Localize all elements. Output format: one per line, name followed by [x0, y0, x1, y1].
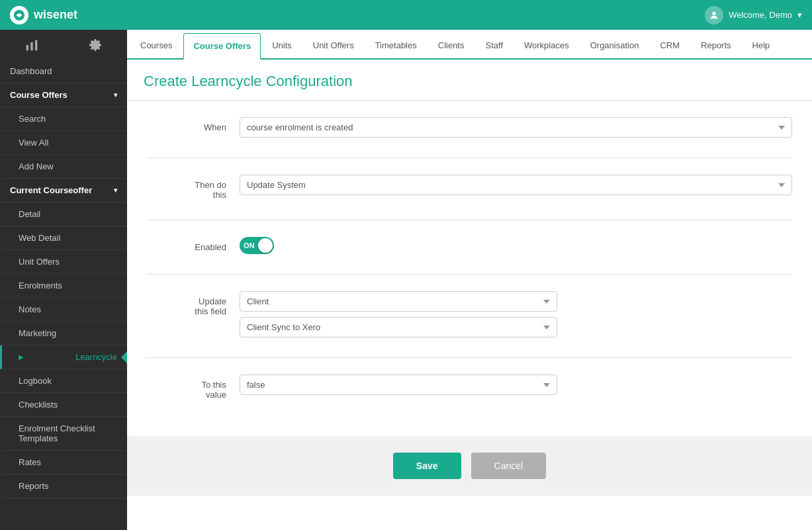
sidebar-dashboard[interactable]: Dashboard — [0, 60, 127, 83]
update-field-label: Updatethis field — [147, 291, 226, 316]
learncycle-active-arrow — [121, 351, 127, 364]
sidebar-item-logbook[interactable]: Logbook — [0, 369, 127, 393]
sidebar-learncycle-wrap: ▶ Learncycle — [0, 345, 127, 369]
update-field-row: Updatethis field Client Enrolment Course… — [147, 291, 792, 337]
svg-point-1 — [712, 11, 715, 15]
tab-help[interactable]: Help — [743, 32, 780, 58]
tab-reports[interactable]: Reports — [691, 32, 741, 58]
svg-rect-3 — [30, 42, 32, 50]
save-button[interactable]: Save — [393, 453, 461, 479]
svg-rect-4 — [35, 40, 37, 50]
divider-2 — [147, 220, 792, 220]
learncycle-bullet: ▶ — [19, 353, 24, 361]
then-do-label: Then dothis — [147, 175, 226, 200]
tab-units[interactable]: Units — [262, 32, 302, 58]
then-do-select[interactable]: Update System Send Email Send SMS — [240, 175, 792, 195]
when-control: course enrolment is created course enrol… — [240, 117, 792, 138]
top-header: wisenet Welcome, Demo ▾ — [0, 0, 812, 30]
tab-timetables[interactable]: Timetables — [365, 32, 427, 58]
tab-crm[interactable]: CRM — [650, 32, 690, 58]
tab-courses[interactable]: Courses — [130, 32, 182, 58]
toggle-on-label: ON — [244, 242, 255, 249]
sidebar-item-web-detail[interactable]: Web Detail — [0, 226, 127, 250]
logo-area: wisenet — [10, 6, 77, 24]
toggle-knob — [258, 238, 273, 253]
sub-fields: Client Enrolment Course Staff Client Syn… — [240, 291, 792, 337]
update-field-control: Client Enrolment Course Staff Client Syn… — [240, 291, 792, 337]
course-offers-arrow: ▾ — [114, 91, 117, 99]
user-area[interactable]: Welcome, Demo ▾ — [705, 6, 802, 24]
to-value-label: To thisvalue — [147, 375, 226, 400]
divider-4 — [147, 357, 792, 358]
tab-staff[interactable]: Staff — [476, 32, 514, 58]
to-value-control: false true — [240, 375, 792, 395]
sidebar-current-courseoffer-header[interactable]: Current Courseoffer ▾ — [0, 179, 127, 202]
page-title: Create Learncycle Configuration — [127, 60, 812, 101]
sidebar-item-search[interactable]: Search — [0, 107, 127, 131]
tab-organisation[interactable]: Organisation — [580, 32, 649, 58]
sidebar-item-rates[interactable]: Rates — [0, 451, 127, 474]
svg-rect-2 — [26, 45, 28, 50]
divider-1 — [147, 157, 792, 158]
sidebar-item-notes[interactable]: Notes — [0, 298, 127, 322]
icon-bar — [0, 30, 127, 60]
logo-icon — [10, 6, 28, 24]
enabled-control: ON — [240, 237, 792, 254]
when-select[interactable]: course enrolment is created course enrol… — [240, 117, 792, 138]
enabled-row: Enabled ON — [147, 237, 792, 254]
current-courseoffer-arrow: ▾ — [114, 187, 117, 194]
when-label: When — [147, 117, 226, 132]
sidebar-item-reports[interactable]: Reports — [0, 474, 127, 498]
app-name: wisenet — [34, 8, 77, 22]
divider-3 — [147, 274, 792, 275]
then-do-control: Update System Send Email Send SMS — [240, 175, 792, 195]
then-do-row: Then dothis Update System Send Email Sen… — [147, 175, 792, 200]
sidebar-item-enrolments[interactable]: Enrolments — [0, 274, 127, 298]
to-value-select[interactable]: false true — [240, 375, 557, 395]
update-field-select-2[interactable]: Client Sync to Xero Client Name Client E… — [240, 317, 557, 337]
nav-tabs: Courses Course Offers Units Unit Offers … — [127, 30, 812, 60]
sidebar: Dashboard Course Offers ▾ Search View Al… — [0, 60, 127, 530]
sidebar-item-detail[interactable]: Detail — [0, 202, 127, 226]
sidebar-item-learncycle[interactable]: ▶ Learncycle — [0, 345, 127, 369]
tab-unit-offers[interactable]: Unit Offers — [303, 32, 364, 58]
chart-icon-btn[interactable] — [0, 30, 64, 60]
sidebar-item-view-all[interactable]: View All — [0, 131, 127, 155]
sidebar-item-enrolment-checklist-templates[interactable]: Enrolment Checklist Templates — [0, 417, 127, 451]
main-content: Create Learncycle Configuration When cou… — [127, 60, 812, 530]
settings-icon-btn[interactable] — [64, 30, 127, 60]
toggle-switch[interactable]: ON — [240, 237, 274, 254]
enabled-label: Enabled — [147, 237, 226, 252]
to-value-row: To thisvalue false true — [147, 375, 792, 400]
sidebar-item-marketing[interactable]: Marketing — [0, 322, 127, 345]
sidebar-item-unit-offers[interactable]: Unit Offers — [0, 250, 127, 274]
form-area: When course enrolment is created course … — [127, 101, 812, 436]
sidebar-item-checklists[interactable]: Checklists — [0, 393, 127, 417]
sidebar-course-offers-header[interactable]: Course Offers ▾ — [0, 83, 127, 107]
sidebar-item-add-new[interactable]: Add New — [0, 155, 127, 179]
user-icon — [705, 6, 723, 24]
user-greeting: Welcome, Demo — [729, 10, 792, 20]
toggle-track: ON — [240, 237, 274, 254]
tab-course-offers[interactable]: Course Offers — [183, 33, 261, 60]
cancel-button[interactable]: Cancel — [471, 453, 547, 479]
tab-clients[interactable]: Clients — [428, 32, 474, 58]
form-footer: Save Cancel — [127, 436, 812, 496]
when-row: When course enrolment is created course … — [147, 117, 792, 138]
update-field-select-1[interactable]: Client Enrolment Course Staff — [240, 291, 557, 312]
tab-workplaces[interactable]: Workplaces — [514, 32, 579, 58]
user-dropdown-icon: ▾ — [797, 10, 802, 20]
